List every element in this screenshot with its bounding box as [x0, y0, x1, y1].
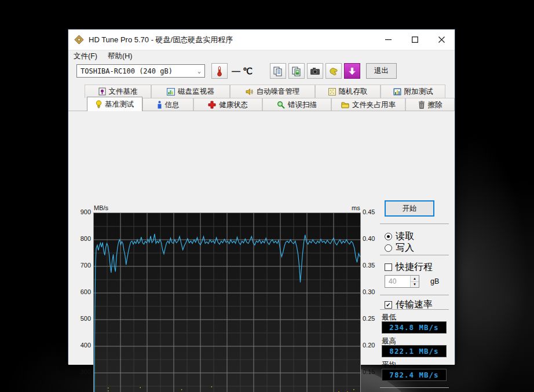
axis-tick-label: 600	[74, 288, 91, 295]
app-icon	[74, 35, 84, 45]
tab-file-benchmark[interactable]: 文件基准	[85, 85, 151, 98]
file-benchmark-icon	[98, 87, 106, 96]
tab-error-scan[interactable]: 错误扫描	[262, 98, 331, 111]
drive-select[interactable]: TOSHIBA-RC100 (240 gB) ⌄	[76, 64, 205, 78]
download-arrow-icon	[348, 67, 356, 75]
axis-tick-label: 0.45	[363, 208, 380, 215]
capacity-value: 40	[385, 276, 410, 287]
screenshot-button[interactable]	[307, 63, 323, 79]
health-icon	[208, 101, 216, 109]
axis-tick-label: 400	[74, 342, 91, 349]
chevron-down-icon: ⌄	[197, 68, 201, 74]
divider	[380, 224, 449, 224]
menu-file[interactable]: 文件(F)	[68, 50, 103, 63]
title-bar: HD Tune Pro 5.70 - 硬盘/固态硬盘实用程序	[68, 30, 455, 50]
stepper-down-icon[interactable]: ▼	[411, 281, 419, 288]
drive-select-value: TOSHIBA-RC100 (240 gB)	[81, 67, 173, 75]
axis-tick-label: 900	[74, 208, 91, 215]
divider	[380, 295, 449, 295]
hand-icon	[328, 66, 339, 76]
axis-tick-label: 800	[74, 235, 91, 242]
radio-dot	[385, 244, 392, 252]
y-right-axis-label: ms	[352, 204, 360, 211]
menu-bar: 文件(F) 帮助(H)	[68, 50, 455, 63]
speaker-icon	[246, 88, 254, 96]
y-left-axis-label: MB/s	[94, 204, 108, 211]
tab-health[interactable]: 健康状态	[193, 98, 262, 111]
info-icon	[157, 101, 162, 109]
extra-tests-icon	[393, 88, 401, 96]
checkbox-box	[385, 263, 392, 271]
capacity-unit: gB	[430, 277, 439, 285]
tab-random-access[interactable]: 随机存取	[315, 85, 381, 98]
benchmark-plot	[93, 213, 361, 392]
save-results-button[interactable]	[325, 63, 342, 79]
short-stroke-checkbox[interactable]: 快捷行程	[385, 261, 433, 273]
minimize-button[interactable]	[375, 30, 401, 50]
maximize-button[interactable]	[401, 30, 428, 50]
bulb-icon	[96, 100, 102, 109]
copy-image-button[interactable]	[288, 63, 305, 79]
axis-tick-label: 0.40	[363, 235, 380, 242]
min-transfer-display: 234.8 MB/s	[382, 321, 447, 334]
tab-extra-tests[interactable]: 附加测试	[381, 85, 445, 98]
write-radio[interactable]: 写入	[385, 242, 414, 254]
tab-erase[interactable]: 擦除	[405, 98, 455, 111]
axis-tick-label: 700	[74, 262, 91, 269]
app-window: HD Tune Pro 5.70 - 硬盘/固态硬盘实用程序 文件(F) 帮助(…	[68, 29, 455, 364]
folder-icon	[341, 101, 349, 108]
tab-info[interactable]: 信息	[142, 98, 193, 111]
radio-dot	[385, 233, 392, 240]
divider	[380, 387, 449, 388]
trash-icon	[418, 101, 425, 109]
axis-tick-label: 0.20	[363, 342, 380, 349]
benchmark-plot-canvas	[94, 213, 360, 392]
toolbar: TOSHIBA-RC100 (240 gB) ⌄ — ℃	[68, 63, 455, 85]
max-transfer-display: 822.1 MB/s	[382, 345, 447, 357]
benchmark-pane: MB/s ms 900800700600500400300200100 0.45…	[68, 111, 455, 365]
temperature-value: — ℃	[232, 66, 253, 76]
avg-transfer-display: 782.4 MB/s	[382, 369, 447, 381]
read-radio[interactable]: 读取	[385, 230, 414, 243]
window-title: HD Tune Pro 5.70 - 硬盘/固态硬盘实用程序	[89, 35, 233, 45]
disk-monitor-icon	[167, 88, 175, 96]
download-button[interactable]	[344, 63, 360, 79]
tab-aam[interactable]: 自动噪音管理	[230, 85, 315, 98]
axis-tick-label: 0.30	[363, 288, 380, 295]
divider	[380, 309, 449, 310]
checkbox-box: ✔	[385, 301, 392, 309]
exit-button[interactable]: 退出	[366, 63, 397, 79]
thermometer-icon	[217, 66, 222, 76]
temperature-button[interactable]	[211, 63, 228, 79]
axis-tick-label: 300	[74, 368, 91, 375]
menu-help[interactable]: 帮助(H)	[103, 50, 137, 63]
axis-tick-label: 0.15	[363, 368, 380, 375]
capacity-stepper[interactable]: 40 ▲▼	[385, 275, 419, 288]
tab-disk-monitor[interactable]: 磁盘监视器	[151, 85, 230, 98]
copy-text-button[interactable]	[270, 63, 286, 79]
close-button[interactable]	[428, 30, 455, 50]
error-scan-icon	[277, 101, 285, 109]
random-access-icon	[328, 88, 336, 96]
copy-text-icon	[273, 66, 283, 76]
divider	[380, 255, 449, 255]
camera-icon	[310, 67, 320, 75]
tab-folder-usage[interactable]: 文件夹占用率	[331, 98, 405, 111]
stepper-up-icon[interactable]: ▲	[411, 276, 419, 281]
copy-image-icon	[291, 66, 302, 76]
axis-tick-label: 500	[74, 315, 91, 322]
start-button[interactable]: 开始	[385, 200, 434, 217]
tab-strip: 文件基准 磁盘监视器 自动噪音管理 随机存取 附加测试 基准测试	[68, 85, 455, 111]
axis-tick-label: 0.35	[363, 262, 380, 269]
axis-tick-label: 0.25	[363, 315, 380, 322]
tab-benchmark[interactable]: 基准测试	[87, 97, 142, 111]
